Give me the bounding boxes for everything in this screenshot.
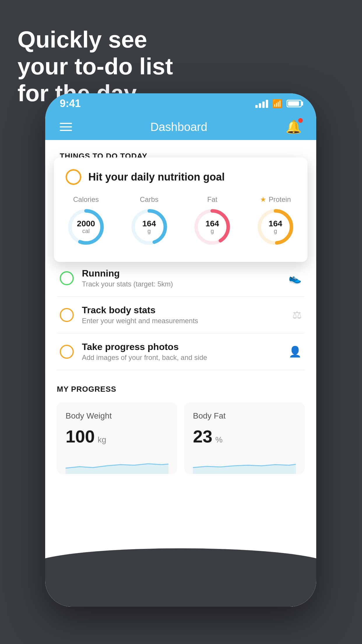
- progress-card-fat[interactable]: Body Fat 23 %: [184, 402, 305, 474]
- body-weight-label: Body Weight: [66, 411, 168, 421]
- body-weight-value-row: 100 kg: [66, 426, 168, 447]
- battery-icon: [287, 100, 302, 107]
- nav-title: Dashboard: [150, 120, 208, 134]
- notifications-button[interactable]: 🔔: [286, 119, 302, 134]
- todo-subtitle-photos: Add images of your front, back, and side: [82, 354, 280, 362]
- body-weight-chart: [66, 454, 168, 474]
- notification-badge: [298, 118, 303, 123]
- progress-section-title: MY PROGRESS: [57, 385, 305, 394]
- nutrient-protein: ★ Protein 164 g: [255, 195, 296, 247]
- body-fat-value: 23: [193, 426, 212, 447]
- todo-text-photos: Take progress photos Add images of your …: [82, 342, 280, 362]
- todo-circle-body-stats: [60, 308, 74, 322]
- svg-marker-8: [66, 464, 168, 474]
- nutrient-fat: Fat 164 g: [192, 195, 233, 247]
- status-time: 9:41: [60, 97, 81, 110]
- todo-body-stats[interactable]: Track body stats Enter your weight and m…: [57, 297, 305, 333]
- carbs-unit: g: [147, 228, 151, 234]
- dark-overlay: [45, 548, 316, 607]
- fat-donut: 164 g: [192, 206, 233, 247]
- status-icons: 📶: [255, 99, 302, 108]
- body-fat-label: Body Fat: [193, 411, 296, 421]
- phone-shell: 9:41 📶 Dashboard 🔔 THINGS TO DO TODAY: [45, 93, 316, 607]
- body-weight-unit: kg: [98, 435, 106, 444]
- person-icon: 👤: [289, 346, 302, 358]
- nutrition-card-title: Hit your daily nutrition goal: [88, 171, 225, 183]
- todo-title-photos: Take progress photos: [82, 342, 280, 352]
- body-fat-unit: %: [215, 435, 223, 444]
- calories-donut: 2000 cal: [66, 206, 106, 247]
- todo-list: Running Track your stats (target: 5km) 👟…: [45, 260, 316, 370]
- nutrition-circles: Calories 2000 cal Carbs: [66, 195, 296, 247]
- fat-unit: g: [211, 228, 214, 234]
- fat-label: Fat: [207, 195, 217, 204]
- todo-running[interactable]: Running Track your stats (target: 5km) 👟: [57, 260, 305, 297]
- progress-section: MY PROGRESS Body Weight 100 kg: [45, 370, 316, 486]
- protein-value: 164: [269, 220, 282, 228]
- protein-donut: 164 g: [255, 206, 296, 247]
- carbs-donut: 164 g: [129, 206, 170, 247]
- calories-unit: cal: [82, 228, 90, 234]
- todo-title-body-stats: Track body stats: [82, 305, 284, 316]
- todo-title-running: Running: [82, 268, 280, 279]
- protein-label: ★ Protein: [260, 195, 291, 204]
- fat-value: 164: [205, 220, 219, 228]
- wifi-icon: 📶: [272, 99, 282, 108]
- nutrient-calories: Calories 2000 cal: [66, 195, 106, 247]
- nutrition-check-circle: [66, 169, 81, 185]
- nutrition-card-header: Hit your daily nutrition goal: [66, 169, 296, 185]
- todo-subtitle-body-stats: Enter your weight and measurements: [82, 317, 284, 325]
- nav-bar: Dashboard 🔔: [45, 114, 316, 140]
- todo-text-running: Running Track your stats (target: 5km): [82, 268, 280, 288]
- body-fat-chart: [193, 454, 296, 474]
- menu-button[interactable]: [60, 123, 72, 131]
- svg-marker-9: [193, 464, 296, 474]
- todo-subtitle-running: Track your stats (target: 5km): [82, 280, 280, 288]
- signal-icon: [255, 99, 268, 108]
- body-fat-value-row: 23 %: [193, 426, 296, 447]
- progress-cards: Body Weight 100 kg Body Fat: [57, 402, 305, 474]
- todo-photos[interactable]: Take progress photos Add images of your …: [57, 333, 305, 370]
- phone-content: THINGS TO DO TODAY Hit your daily nutrit…: [45, 140, 316, 607]
- protein-unit: g: [274, 228, 277, 234]
- status-bar: 9:41 📶: [45, 93, 316, 114]
- carbs-label: Carbs: [140, 195, 159, 204]
- todo-circle-photos: [60, 345, 74, 359]
- scale-icon: ⚖: [292, 309, 302, 321]
- nutrient-carbs: Carbs 164 g: [129, 195, 170, 247]
- star-icon: ★: [260, 195, 266, 204]
- carbs-value: 164: [142, 220, 156, 228]
- todo-text-body-stats: Track body stats Enter your weight and m…: [82, 305, 284, 325]
- calories-value: 2000: [77, 220, 95, 228]
- todo-circle-running: [60, 271, 74, 285]
- body-weight-value: 100: [66, 426, 95, 447]
- running-icon: 👟: [289, 272, 302, 284]
- progress-card-weight[interactable]: Body Weight 100 kg: [57, 402, 177, 474]
- calories-label: Calories: [73, 195, 99, 204]
- nutrition-card[interactable]: Hit your daily nutrition goal Calories 2…: [54, 158, 307, 262]
